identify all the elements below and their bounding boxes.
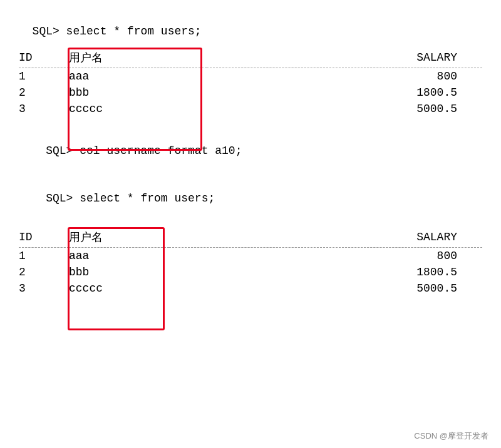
- sql-command-1-text: SQL> select * from users;: [33, 25, 202, 38]
- sql-command-1: SQL> select * from users;: [19, 13, 482, 38]
- table-row: 2 bbb 1800.5: [19, 264, 482, 280]
- table-row: 2 bbb 1800.5: [19, 84, 482, 101]
- sql-command-3: SQL> select * from users;: [19, 180, 482, 217]
- sql-command-2: SQL> col username format a10;: [19, 132, 482, 170]
- table-row: 1 aaa 800: [19, 68, 482, 85]
- cell-id: 3: [19, 280, 69, 297]
- table-row: 3 ccccc 5000.5: [19, 101, 482, 117]
- cell-username: aaa: [69, 248, 169, 265]
- table-header-row-1: ID 用户名 SALARY: [19, 48, 482, 68]
- cell-id: 2: [19, 264, 69, 280]
- sql-command-3-text: SQL> select * from users;: [46, 192, 215, 205]
- sql-command-2-text: SQL> col username format a10;: [46, 145, 242, 157]
- cell-id: 1: [19, 68, 69, 85]
- col-header-username-1: 用户名: [69, 48, 207, 68]
- col-header-id-2: ID: [19, 227, 69, 248]
- cell-salary: 1800.5: [169, 264, 482, 280]
- query-table-2: ID 用户名 SALARY 1 aaa 800 2 bbb 1800.5 3 c…: [19, 227, 482, 297]
- cell-salary: 5000.5: [169, 280, 482, 297]
- cell-username: aaa: [69, 68, 207, 85]
- col-header-salary-1: SALARY: [207, 48, 482, 68]
- cell-salary: 5000.5: [207, 101, 482, 117]
- cell-username: bbb: [69, 84, 207, 101]
- table-container-1: ID 用户名 SALARY 1 aaa 800 2 bbb 1800.5 3 c…: [19, 48, 482, 117]
- commands-block-2: SQL> col username format a10; SQL> selec…: [19, 132, 482, 217]
- cell-id: 3: [19, 101, 69, 117]
- col-header-id-1: ID: [19, 48, 69, 68]
- cell-salary: 1800.5: [207, 84, 482, 101]
- table-row: 1 aaa 800: [19, 248, 482, 265]
- col-header-username-2: 用户名: [69, 227, 169, 248]
- cell-id: 1: [19, 248, 69, 265]
- footer-attribution: CSDN @摩登开发者: [414, 430, 488, 442]
- col-header-salary-2: SALARY: [169, 227, 482, 248]
- table-row: 3 ccccc 5000.5: [19, 280, 482, 297]
- cell-username: bbb: [69, 264, 169, 280]
- cell-salary: 800: [207, 68, 482, 85]
- cell-id: 2: [19, 84, 69, 101]
- query-table-1: ID 用户名 SALARY 1 aaa 800 2 bbb 1800.5 3 c…: [19, 48, 482, 117]
- cell-username: ccccc: [69, 280, 169, 297]
- cell-username: ccccc: [69, 101, 207, 117]
- table-header-row-2: ID 用户名 SALARY: [19, 227, 482, 248]
- table-container-2: ID 用户名 SALARY 1 aaa 800 2 bbb 1800.5 3 c…: [19, 227, 482, 297]
- footer-text: CSDN @摩登开发者: [414, 431, 488, 440]
- cell-salary: 800: [169, 248, 482, 265]
